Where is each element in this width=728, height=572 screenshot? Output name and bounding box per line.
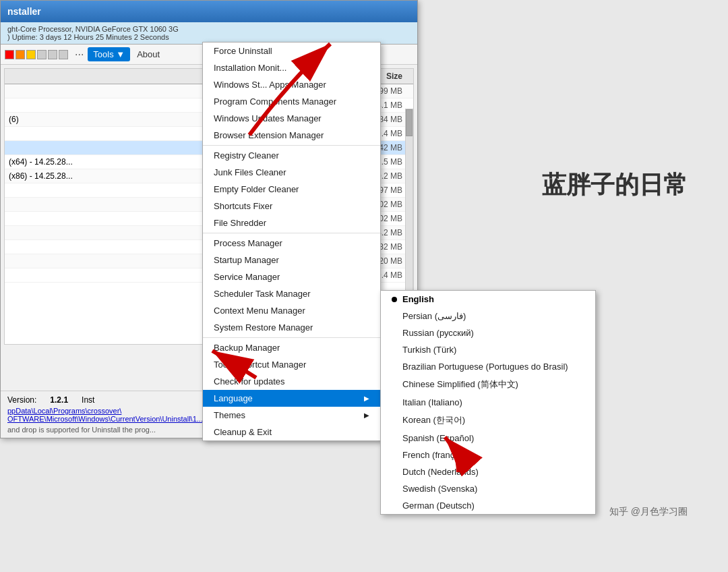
dropdown-separator bbox=[203, 337, 380, 338]
language-option[interactable]: Persian (فارسی) bbox=[381, 308, 595, 324]
dropdown-item[interactable]: Tools Shortcut Manager bbox=[203, 356, 380, 373]
dropdown-item[interactable]: Windows Updates Manager bbox=[203, 110, 380, 127]
dropdown-item-label: Force Uninstall bbox=[214, 46, 272, 56]
language-label: Brazilian Portuguese (Portugues do Brasi… bbox=[402, 362, 568, 372]
dropdown-item[interactable]: Backup Manager bbox=[203, 339, 380, 356]
dropdown-item[interactable]: Registry Cleaner bbox=[203, 147, 380, 164]
system-info-line2: ) Uptime: 3 days 12 Hours 25 Minutes 2 S… bbox=[7, 33, 411, 41]
language-option[interactable]: Brazilian Portuguese (Portugues do Brasi… bbox=[381, 358, 595, 375]
dropdown-item[interactable]: Language▶ bbox=[203, 390, 380, 407]
dropdown-item-label: Windows St... Apps Manager bbox=[214, 80, 326, 90]
dropdown-item-label: File Shredder bbox=[214, 218, 266, 228]
dropdown-item[interactable]: Force Uninstall bbox=[203, 42, 380, 59]
language-label: Chinese Simplified (简体中文) bbox=[402, 378, 518, 391]
language-submenu: EnglishPersian (فارسی)Russian (русский)T… bbox=[380, 290, 596, 515]
language-label: Turkish (Türk) bbox=[402, 345, 456, 355]
dropdown-item-label: Context Menu Manager bbox=[214, 306, 305, 316]
dropdown-item-label: Language bbox=[214, 393, 253, 403]
radio-dot-empty bbox=[392, 400, 397, 405]
language-label: German (Deutsch) bbox=[402, 500, 475, 511]
dropdown-item-label: Service Manager bbox=[214, 272, 280, 282]
dropdown-item-label: System Restore Manager bbox=[214, 322, 313, 333]
dropdown-item-label: Installation Monit... bbox=[214, 63, 286, 73]
language-label: Spanish (Español) bbox=[402, 433, 474, 443]
dropdown-item-label: Empty Folder Cleaner bbox=[214, 184, 299, 194]
color-box-red[interactable] bbox=[5, 50, 14, 59]
dropdown-item[interactable]: System Restore Manager bbox=[203, 319, 380, 336]
dropdown-item[interactable]: Scheduler Task Manager bbox=[203, 285, 380, 302]
dropdown-item[interactable]: Context Menu Manager bbox=[203, 302, 380, 319]
language-label: Russian (русский) bbox=[402, 328, 474, 338]
language-label: Swedish (Svenska) bbox=[402, 484, 477, 494]
language-label: Italian (Italiano) bbox=[402, 397, 462, 407]
dropdown-separator bbox=[203, 233, 380, 233]
dropdown-item-label: Windows Updates Manager bbox=[214, 113, 322, 123]
radio-dot-empty bbox=[392, 382, 397, 387]
radio-dot bbox=[392, 297, 397, 302]
dropdown-item[interactable]: Windows St... Apps Manager bbox=[203, 76, 380, 93]
submenu-arrow: ▶ bbox=[364, 395, 369, 402]
dropdown-item[interactable]: Startup Manager bbox=[203, 252, 380, 268]
dropdown-item-label: Shortcuts Fixer bbox=[214, 201, 272, 211]
language-option[interactable]: Spanish (Español) bbox=[381, 430, 595, 447]
dropdown-item-label: Registry Cleaner bbox=[214, 150, 279, 161]
dropdown-item[interactable]: Installation Monit... bbox=[203, 59, 380, 76]
dropdown-item[interactable]: Program Components Manager bbox=[203, 93, 380, 110]
dropdown-item-label: Browser Extension Manager bbox=[214, 130, 324, 140]
dropdown-item[interactable]: Cleanup & Exit bbox=[203, 424, 380, 440]
dropdown-item[interactable]: Browser Extension Manager bbox=[203, 127, 380, 144]
language-option[interactable]: English bbox=[381, 291, 595, 308]
language-option[interactable]: Swedish (Svenska) bbox=[381, 480, 595, 497]
language-option[interactable]: Turkish (Türk) bbox=[381, 341, 595, 358]
radio-dot-empty bbox=[392, 331, 397, 336]
language-label: Korean (한국어) bbox=[402, 414, 465, 426]
dropdown-item-label: Cleanup & Exit bbox=[214, 427, 272, 437]
language-option[interactable]: Chinese Simplified (简体中文) bbox=[381, 375, 595, 394]
color-box-yellow[interactable] bbox=[26, 50, 36, 59]
dropdown-item-label: Backup Manager bbox=[214, 343, 280, 353]
tools-menu-item[interactable]: Tools ▼ bbox=[88, 47, 130, 61]
dropdown-item-label: Check for updates bbox=[214, 376, 285, 387]
dropdown-item-label: Tools Shortcut Manager bbox=[214, 360, 306, 370]
zhihu-watermark: 知乎 @月色学习圈 bbox=[609, 506, 688, 518]
dropdown-item[interactable]: Themes▶ bbox=[203, 407, 380, 424]
dropdown-item-label: Program Components Manager bbox=[214, 96, 336, 107]
about-menu-item[interactable]: About bbox=[131, 47, 165, 61]
color-box-gray2[interactable] bbox=[48, 50, 57, 59]
language-option[interactable]: Korean (한국어) bbox=[381, 411, 595, 430]
title-bar: nstaller bbox=[1, 1, 417, 22]
language-option[interactable]: French (français) bbox=[381, 447, 595, 463]
language-option[interactable]: Italian (Italiano) bbox=[381, 394, 595, 411]
scrollbar-thumb[interactable] bbox=[406, 109, 413, 136]
radio-dot-empty bbox=[392, 436, 397, 441]
color-box-gray3[interactable] bbox=[59, 50, 68, 59]
dropdown-item-label: Process Manager bbox=[214, 238, 282, 248]
language-label: Dutch (Nederlands) bbox=[402, 467, 479, 477]
tools-dropdown: Force UninstallInstallation Monit...Wind… bbox=[202, 42, 381, 441]
color-boxes bbox=[5, 50, 68, 59]
radio-dot-empty bbox=[392, 347, 397, 353]
system-info-line1: ght-Core Processor, NVIDIA GeForce GTX 1… bbox=[7, 25, 411, 33]
dropdown-item[interactable]: Check for updates bbox=[203, 373, 380, 390]
radio-dot-empty bbox=[392, 418, 397, 423]
dropdown-item[interactable]: Empty Folder Cleaner bbox=[203, 181, 380, 198]
dropdown-item[interactable]: Process Manager bbox=[203, 235, 380, 252]
version-label: Version: bbox=[7, 395, 36, 405]
radio-dot-empty bbox=[392, 453, 397, 458]
dropdown-item-label: Themes bbox=[214, 410, 245, 420]
dropdown-item-label: Junk Files Cleaner bbox=[214, 167, 286, 177]
language-label: Persian (فارسی) bbox=[402, 311, 466, 321]
color-box-gray1[interactable] bbox=[37, 50, 47, 59]
language-label: French (français) bbox=[402, 450, 468, 460]
dropdown-item[interactable]: Shortcuts Fixer bbox=[203, 198, 380, 214]
dropdown-item[interactable]: File Shredder bbox=[203, 214, 380, 231]
language-option[interactable]: Russian (русский) bbox=[381, 324, 595, 341]
language-option[interactable]: German (Deutsch) bbox=[381, 497, 595, 514]
radio-dot-empty bbox=[392, 503, 397, 509]
more-options[interactable]: ··· bbox=[72, 47, 86, 62]
language-option[interactable]: Dutch (Nederlands) bbox=[381, 463, 595, 480]
version-value: 1.2.1 bbox=[50, 395, 68, 405]
dropdown-item[interactable]: Service Manager bbox=[203, 268, 380, 285]
dropdown-item[interactable]: Junk Files Cleaner bbox=[203, 164, 380, 181]
color-box-orange[interactable] bbox=[16, 50, 25, 59]
